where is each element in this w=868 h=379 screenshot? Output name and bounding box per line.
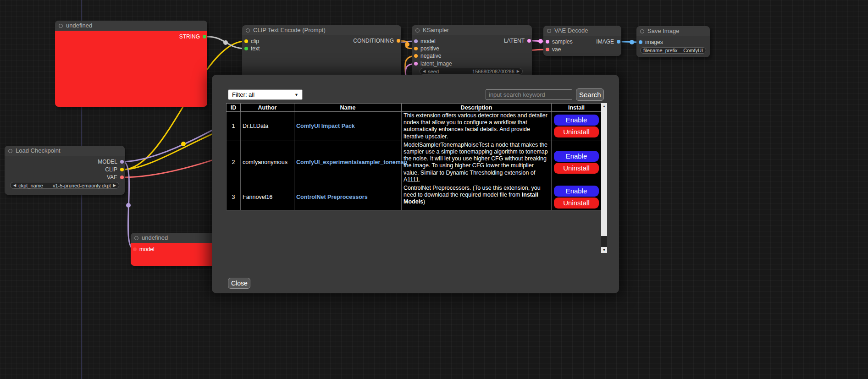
extension-install-cell: EnableUninstall	[552, 141, 602, 184]
extension-author-cell: Fannovel16	[241, 184, 294, 210]
input-slot-text-icon[interactable]	[244, 47, 248, 50]
table-scrollbar[interactable]: ▲ ▼	[601, 103, 607, 253]
widget-label: ckpt_name	[18, 183, 43, 188]
slot-label: CLIP	[105, 166, 117, 173]
enable-button[interactable]: Enable	[554, 186, 599, 197]
input-slot-samples-icon[interactable]	[546, 40, 549, 44]
output-slot-image-icon[interactable]	[617, 40, 620, 44]
extension-row: 3Fannovel16ControlNet PreprocessorsContr…	[227, 184, 602, 210]
node-title: Save Image	[647, 27, 679, 34]
node-header[interactable]: Load Checkpoint	[5, 146, 125, 156]
node-undefined-bottom[interactable]: undefined model	[131, 233, 216, 266]
collapse-icon[interactable]	[59, 24, 63, 28]
input-slot-model-icon[interactable]	[133, 247, 137, 251]
extension-name-link[interactable]: ComfyUI Impact Pack	[296, 123, 355, 129]
link-midpoint-dot	[126, 203, 131, 208]
node-header[interactable]: KSampler	[412, 25, 532, 35]
uninstall-button[interactable]: Uninstall	[554, 163, 599, 174]
column-header-author: Author	[241, 104, 294, 112]
node-header[interactable]: undefined	[131, 233, 216, 243]
input-slot-negative-icon[interactable]	[414, 54, 418, 58]
uninstall-button[interactable]: Uninstall	[554, 126, 599, 137]
next-arrow-icon[interactable]: ▶	[113, 183, 116, 187]
extension-name-link[interactable]: ControlNet Preprocessors	[296, 194, 368, 200]
filename-prefix-widget[interactable]: filename_prefix ComfyUI	[640, 47, 706, 54]
collapse-icon[interactable]	[246, 28, 250, 33]
extension-name-cell: ControlNet Preprocessors	[294, 184, 402, 210]
input-slot-positive-icon[interactable]	[414, 47, 418, 50]
input-slot-model-icon[interactable]	[414, 39, 418, 43]
node-header[interactable]: undefined	[55, 21, 207, 31]
extension-name-link[interactable]: ComfyUI_experiments/sampler_tonemap	[296, 159, 407, 165]
prev-arrow-icon[interactable]: ◀	[13, 183, 16, 187]
enable-button[interactable]: Enable	[554, 115, 599, 126]
link-midpoint-dot	[181, 142, 186, 146]
output-slot-latent-icon[interactable]	[527, 39, 531, 43]
input-slot-images-icon[interactable]	[639, 40, 642, 44]
custom-nodes-dialog: Filter: all ▼ Search ID Author Name Desc…	[212, 75, 619, 293]
increment-arrow-icon[interactable]: ▶	[517, 69, 520, 73]
decrement-arrow-icon[interactable]: ◀	[423, 69, 426, 73]
output-slot-clip-icon[interactable]	[120, 168, 124, 171]
scroll-up-icon[interactable]: ▲	[601, 103, 607, 109]
uninstall-button[interactable]: Uninstall	[554, 198, 599, 209]
search-button[interactable]: Search	[576, 88, 604, 101]
extension-description-cell: This extension offers various detector n…	[402, 112, 552, 141]
node-title: CLIP Text Encode (Prompt)	[253, 27, 326, 33]
widget-value: 156680208700286	[472, 69, 514, 74]
node-undefined-top[interactable]: undefined STRING	[55, 21, 207, 107]
scrollbar-thumb[interactable]	[601, 109, 607, 236]
search-input[interactable]	[486, 89, 572, 100]
ckpt-name-widget[interactable]: ◀ ckpt_name v1-5-pruned-emaonly.ckpt ▶	[10, 182, 119, 189]
slot-label: CONDITIONING	[353, 38, 394, 44]
node-load-checkpoint[interactable]: Load Checkpoint MODEL CLIP VAE ◀ ckpt_na…	[5, 146, 125, 195]
extension-id-cell: 2	[227, 141, 241, 184]
close-button[interactable]: Close	[228, 278, 250, 289]
collapse-icon[interactable]	[547, 29, 551, 33]
node-header[interactable]: Save Image	[636, 26, 710, 36]
filter-select-value: Filter: all	[232, 91, 254, 98]
column-header-name: Name	[294, 104, 402, 112]
slot-label: images	[645, 39, 663, 45]
input-slot-clip-icon[interactable]	[244, 39, 248, 43]
collapse-icon[interactable]	[8, 149, 12, 153]
filter-select[interactable]: Filter: all ▼	[228, 89, 303, 100]
collapse-icon[interactable]	[640, 29, 644, 33]
output-slot-string-icon[interactable]	[203, 35, 206, 38]
slot-label: model	[139, 246, 155, 253]
extension-id-cell: 1	[227, 112, 241, 141]
node-body	[55, 31, 207, 107]
collapse-icon[interactable]	[134, 236, 138, 240]
widget-label: seed	[428, 69, 439, 74]
slot-label: samples	[552, 38, 573, 45]
slot-label: vae	[552, 46, 561, 53]
extension-id-cell: 3	[227, 184, 241, 210]
extension-name-cell: ComfyUI_experiments/sampler_tonemap	[294, 141, 402, 184]
node-save-image[interactable]: Save Image images filename_prefix ComfyU…	[636, 26, 710, 57]
widget-label: filename_prefix	[643, 48, 678, 53]
collapse-icon[interactable]	[415, 28, 420, 33]
extension-description-cell: ControlNet Preprocessors. (To use this e…	[402, 184, 552, 210]
extension-install-cell: EnableUninstall	[552, 184, 602, 210]
extension-name-cell: ComfyUI Impact Pack	[294, 112, 402, 141]
input-slot-latent-image-icon[interactable]	[414, 62, 418, 66]
node-header[interactable]: CLIP Text Encode (Prompt)	[242, 25, 401, 35]
extension-author-cell: Dr.Lt.Data	[241, 112, 294, 141]
node-graph-canvas[interactable]: undefined STRING CLIP Text Encode (Promp…	[0, 0, 868, 379]
scroll-down-icon[interactable]: ▼	[601, 247, 607, 253]
extensions-table: ID Author Name Description Install 1Dr.L…	[226, 103, 601, 210]
output-slot-vae-icon[interactable]	[120, 176, 124, 179]
enable-button[interactable]: Enable	[554, 151, 599, 162]
extension-row: 1Dr.Lt.DataComfyUI Impact PackThis exten…	[227, 112, 602, 141]
seed-widget[interactable]: ◀ seed 156680208700286 ▶	[420, 68, 523, 75]
link-midpoint-dot	[405, 42, 409, 47]
node-header[interactable]: VAE Decode	[543, 26, 621, 36]
input-slot-vae-icon[interactable]	[546, 48, 549, 51]
output-slot-model-icon[interactable]	[120, 160, 124, 164]
extensions-table-body: 1Dr.Lt.DataComfyUI Impact PackThis exten…	[227, 112, 602, 210]
extension-description-cell: ModelSamplerTonemapNoiseTest a node that…	[402, 141, 552, 184]
output-slot-conditioning-icon[interactable]	[397, 39, 400, 43]
extension-install-cell: EnableUninstall	[552, 112, 602, 141]
slot-label: LATENT	[504, 38, 525, 44]
node-vae-decode[interactable]: VAE Decode samples vae IMAGE	[543, 26, 621, 56]
